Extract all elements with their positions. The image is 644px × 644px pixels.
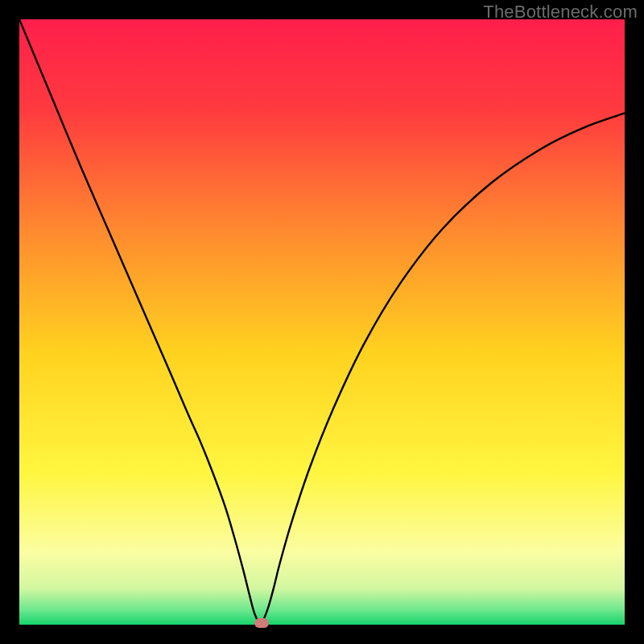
chart-background — [19, 19, 625, 625]
bottleneck-chart — [19, 19, 625, 625]
optimal-point-marker — [254, 618, 269, 628]
watermark-text: TheBottleneck.com — [483, 2, 638, 23]
chart-frame — [19, 19, 625, 625]
